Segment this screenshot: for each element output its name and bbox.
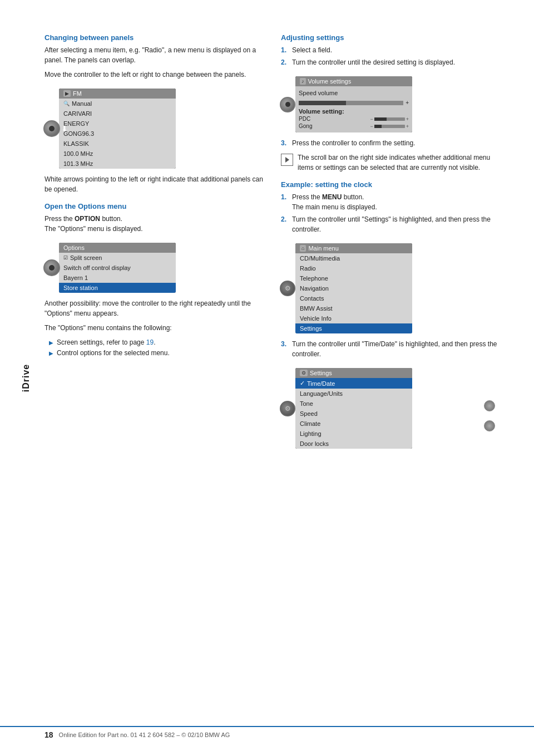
step-num-3: 3. [281,138,289,148]
speed-vol-bar-track [299,101,403,105]
settings-icon: ⚙ [300,370,308,376]
pdc-plus: + [406,116,409,122]
controller-gear-settings: ⚙ [280,401,295,416]
bullet-screen-settings: ▶ Screen settings, refer to page 19. [49,337,264,348]
step-num-2: 2. [281,57,289,67]
main-menu-title-text: Main menu [308,245,338,252]
side-knob-1 [484,400,495,411]
fm-icon: ▶ [63,90,71,97]
clock-step-text-1: Press the MENU button.The main menu is d… [292,192,377,212]
speed-vol-plus: + [406,100,409,106]
options-title-bar: Options [59,243,176,253]
fm-row-energy: ENERGY [59,119,176,129]
time-date-text: Time/Date [307,380,335,387]
side-label: iDrive [21,364,31,392]
clock-steps-1-2: 1. Press the MENU button.The main menu i… [281,192,501,234]
section-options-menu: Open the Options menu Press the OPTION b… [44,202,264,359]
scroll-note-area: The scroll bar on the right side indicat… [281,153,501,173]
volume-screen: ♪ Volume settings Speed volume + [295,76,412,132]
para-options-4: The "Options" menu contains the followin… [44,323,264,333]
settings-screen: ⚙ Settings ✓ Time/Date Language/Units To… [295,368,412,449]
pdc-bar-area: − + [370,116,409,122]
options-row-switch: Switch off control display [59,263,176,273]
clock-step-3-list: 3. Turn the controller until "Time/Date"… [281,339,501,359]
row-navigation: Navigation [295,283,412,293]
step-text-2: Turn the controller until the desired se… [292,57,455,67]
controller-knob-options [43,259,60,276]
main-menu-title-bar: ⌂ Main menu [295,243,412,253]
page-number: 18 [44,730,53,739]
row-vehicle-info: Vehicle Info [295,313,412,323]
adjust-step-2: 2. Turn the controller until the desired… [281,57,501,67]
options-row-split: ☑ Split screen [59,253,176,263]
para-changing-2: Move the controller to the left or right… [44,70,264,80]
section-changing-panels: Changing between panels After selecting … [44,33,264,194]
gong-bar-area: − + [370,124,409,129]
footer-copyright: Online Edition for Part no. 01 41 2 604 … [59,732,230,738]
row-time-date: ✓ Time/Date [295,378,412,389]
row-bmw-assist: BMW Assist [295,303,412,313]
left-column: Changing between panels After selecting … [44,33,264,462]
gong-bar-track [374,125,405,128]
heading-options-menu: Open the Options menu [44,202,264,210]
vol-setting-label: Volume setting: [299,108,409,115]
triangle-icon-1: ▶ [49,338,53,347]
pdc-row: PDC − + [299,116,409,122]
fm-row-101mhz: 101.3 MHz [59,159,176,169]
fm-title-bar: ▶ FM [59,89,176,99]
volume-screen-wrapper: ♪ Volume settings Speed volume + [281,76,501,132]
checkmark-icon: ✓ [300,380,305,387]
adjusting-steps-1-2: 1. Select a field. 2. Turn the controlle… [281,45,501,67]
heading-changing-panels: Changing between panels [44,33,264,42]
vol-title-bar: ♪ Volume settings [295,76,412,86]
split-screen-text: Split screen [70,254,102,261]
caption-fm: White arrows pointing to the left or rig… [44,174,264,194]
vol-icon: ♪ [300,78,306,85]
checkbox-icon: ☑ [63,255,68,261]
controller-knob-fm [43,120,60,137]
step-text-1: Select a field. [292,45,332,55]
controller-dot-options [49,265,55,271]
main-menu-screen: ⌂ Main menu CD/Multimedia Radio Telephon… [295,243,412,333]
fm-manual-text: Manual [72,100,92,107]
step-text-3: Press the controller to confirm the sett… [292,138,415,148]
settings-title-bar: ⚙ Settings [295,368,412,378]
settings-rows: ✓ Time/Date Language/Units Tone Speed Cl… [295,378,412,449]
scroll-arrow-right [285,157,289,163]
row-radio: Radio [295,263,412,273]
row-contacts: Contacts [295,293,412,303]
main-menu-icon: ⌂ [300,245,306,252]
para-options-2: The "Options" menu is displayed. [44,225,143,233]
link-page19[interactable]: 19 [146,338,154,346]
gong-row: Gong − + [299,123,409,129]
options-screen-wrapper: Options ☑ Split screen Switch off contro… [44,243,264,293]
section-adjusting: Adjusting settings 1. Select a field. 2.… [281,33,501,173]
clock-step-text-3: Turn the controller until "Time/Date" is… [292,339,501,359]
row-telephone: Telephone [295,273,412,283]
left-arrow-indicator: ⬇ [61,124,68,133]
row-speed: Speed [295,409,412,419]
adjusting-step-3: 3. Press the controller to confirm the s… [281,138,501,148]
clock-step-num-2: 2. [281,214,289,234]
row-settings: Settings [295,323,412,333]
clock-step-3: 3. Turn the controller until "Time/Date"… [281,339,501,359]
options-row-store: Store station [59,283,176,293]
pdc-bar-track [374,117,405,121]
settings-screen-wrapper: ⚙ ⚙ Settings ✓ Time/Date Language/Units [281,368,501,449]
options-bullet-list: ▶ Screen settings, refer to page 19. ▶ C… [49,337,264,359]
fm-label: FM [73,90,82,97]
clock-step-2: 2. Turn the controller until "Settings" … [281,214,501,234]
gong-bar-fill [374,125,382,128]
row-tone: Tone [295,399,412,409]
speed-volume-row: Speed volume [299,89,409,97]
row-climate: Climate [295,419,412,429]
gong-plus: + [406,124,409,129]
clock-step-num-1: 1. [281,192,289,212]
fm-screen: ▶ FM 🔍 Manual CARIVARI ENERGY GONG9 [59,89,176,169]
vol-title-text: Volume settings [308,78,352,85]
triangle-icon-2: ▶ [49,349,53,358]
step-num-1: 1. [281,45,289,55]
para-options-3: Another possibility: move the controller… [44,298,264,318]
settings-title-text: Settings [310,370,332,376]
speed-vol-bar-fill [299,101,346,105]
